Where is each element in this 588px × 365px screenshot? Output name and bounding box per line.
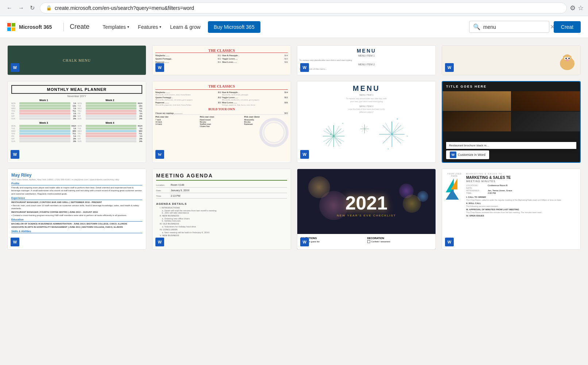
- marketing-subtitle-text: MEETING MINUTES: [466, 180, 577, 182]
- agenda-location-value: Room V148: [171, 184, 184, 186]
- refresh-button[interactable]: ↻: [28, 3, 37, 13]
- svg-point-26: [342, 123, 343, 124]
- fireworks-decoration: [297, 118, 436, 151]
- nav-templates[interactable]: Templates ▾: [98, 21, 134, 33]
- chevron-down-icon: ▾: [127, 25, 129, 29]
- pizza-watermark: [259, 118, 289, 147]
- pizza-build-header: THE CLASSICS: [155, 84, 288, 90]
- create-label[interactable]: Create: [70, 23, 89, 31]
- url-bar[interactable]: 🔒 create.microsoft.com/en-us/search?quer…: [40, 3, 567, 14]
- customize-in-word-button[interactable]: W Customize in Word: [446, 150, 489, 159]
- template-card-chalkboard[interactable]: CHALK MENU W: [7, 45, 146, 75]
- browser-nav[interactable]: ← → ↻: [4, 3, 37, 13]
- resume-education-section: Education BACHELOR OF SCIENCE IN BUSINES…: [11, 218, 142, 228]
- agenda-time-field: Time: 2:13 PM: [156, 195, 287, 199]
- ms-logo[interactable]: Microsoft 365: [7, 23, 52, 31]
- fox-illustration: [556, 51, 578, 73]
- resume-profile-section: Profile Friendly and outgoing team playe…: [11, 182, 142, 195]
- marketing-layout: YOUR LOGO HERE MARKETING &: [446, 173, 577, 246]
- browser-chrome: ← → ↻ 🔒 create.microsoft.com/en-us/searc…: [0, 0, 588, 16]
- svg-line-32: [383, 134, 392, 143]
- word-badge-resume: W: [11, 238, 19, 246]
- marketing-title-text: MARKETING & SALES TE: [466, 176, 577, 180]
- resume-section-education: Education: [11, 218, 142, 222]
- pizza-build-section: BUILD YOUR OWN: [155, 108, 288, 111]
- template-card-brochure-dark[interactable]: TITLE GOES HERE Restaurant brochure blac…: [442, 81, 581, 163]
- svg-line-49: [362, 126, 365, 129]
- template-grid: MONTHLY MEAL PLANNER November 20YY Week …: [7, 81, 581, 250]
- word-badge-illus: W: [445, 63, 454, 72]
- template-card-agenda[interactable]: MEETING AGENDA Location: Room V148 Date:…: [152, 169, 291, 250]
- back-button[interactable]: ←: [4, 3, 15, 13]
- top-template-row: CHALK MENU W THE CLASSICS Margherita ...…: [7, 45, 581, 75]
- resume-experience-section: Experience RESTAURANT MANAGER | CONTOSO …: [11, 197, 142, 217]
- nav-learn-grow[interactable]: Learn & grow: [166, 21, 205, 33]
- template-card-pizza-build[interactable]: THE CLASSICS Margherita ........$12Mozza…: [152, 81, 291, 163]
- pizza-choose-toppings: Choose any toppings ...............$15: [155, 112, 288, 115]
- marketing-logo-area: YOUR LOGO HERE: [446, 173, 463, 246]
- resume-contact: 4561 Main Street, Buffalo, New York 1485…: [11, 178, 142, 181]
- template-card-illustrated[interactable]: W: [442, 45, 581, 75]
- brochure-image-grid: [442, 91, 580, 131]
- word-badge: W: [11, 63, 19, 72]
- nav-features-label: Features: [138, 24, 158, 30]
- triangle-decoration: [446, 178, 463, 200]
- meal-planner-grid-2: Week 3 MONHIGH TUE5.6 WEDMID THUTUL FRI5…: [11, 122, 142, 143]
- template-card-resume[interactable]: May Riley 4561 Main Street, Buffalo, New…: [7, 169, 146, 250]
- marketing-content-label: MARKETING & SALES TE...: [466, 173, 577, 175]
- template-card-meal-planner[interactable]: MONTHLY MEAL PLANNER November 20YY Week …: [7, 81, 146, 163]
- svg-point-7: [568, 58, 570, 59]
- ms-logo-blue: [7, 27, 11, 31]
- agenda-date-field: Date: January 9, 20XX: [156, 189, 287, 193]
- template-card-rest-firework[interactable]: MENU MENU ITEM 1 To replace any placehol…: [297, 81, 436, 163]
- buy-microsoft-button[interactable]: Buy Microsoft 365: [208, 21, 260, 33]
- agenda-date-label: Date:: [156, 189, 171, 192]
- agenda-item-3: III. OLD BUSINESS: [160, 223, 287, 225]
- resume-name: May Riley: [11, 173, 142, 178]
- search-input[interactable]: [483, 24, 547, 30]
- svg-point-39: [396, 118, 398, 120]
- word-badge-rest-fire: W: [300, 150, 309, 159]
- word-badge-marketing: W: [445, 238, 454, 246]
- agenda-date-value: January 9, 20XX: [171, 189, 190, 192]
- ms-header: Microsoft 365 Create Templates ▾ Feature…: [0, 16, 588, 38]
- nav-templates-label: Templates: [102, 24, 126, 30]
- agenda-location-label: Location:: [156, 184, 171, 186]
- svg-line-16: [326, 128, 334, 136]
- agenda-details-section: AGENDA DETAILS I. INTRODUCTIONS a. Sarah…: [156, 202, 287, 237]
- ms-logo-yellow: [12, 27, 15, 31]
- svg-line-28: [392, 125, 401, 134]
- template-card-marketing[interactable]: YOUR LOGO HERE MARKETING &: [442, 169, 581, 250]
- brochure-dark-title: TITLE GOES HERE: [442, 82, 580, 91]
- nav-features[interactable]: Features ▾: [134, 21, 166, 33]
- pizza-items: Margherita .......$12 Ham & Pineapple ..…: [155, 54, 288, 63]
- header-divider: [63, 23, 64, 31]
- svg-point-41: [407, 135, 408, 137]
- word-icon-small: W: [450, 151, 456, 158]
- rest-menu-item2: MENU ITEM 2: [300, 105, 433, 107]
- svg-line-45: [365, 129, 368, 132]
- lock-icon: 🔒: [46, 5, 52, 11]
- word-badge-meal: W: [11, 150, 19, 159]
- template-card-rest-doc[interactable]: MENU MENU ITEM 1 To replace any placehol…: [297, 45, 436, 75]
- pizza-classics-list: Margherita ........$12Mozzarella, fresh …: [155, 91, 288, 106]
- word-badge-pizza: W: [155, 63, 164, 72]
- agenda-details-title: AGENDA DETAILS: [156, 202, 287, 205]
- resume-section-skills: Skills & Abilities: [11, 230, 142, 233]
- word-badge-pizza-build: W: [155, 150, 164, 159]
- resume-section-profile: Profile: [11, 182, 142, 185]
- extension-icon: ⚙: [570, 4, 576, 12]
- word-badge-nye: W: [300, 238, 309, 246]
- agenda-title: MEETING AGENDA: [156, 173, 287, 181]
- agenda-time-value: 2:13 PM: [171, 195, 180, 197]
- nav-learn-grow-label: Learn & grow: [170, 24, 200, 30]
- ms-logo-text: Microsoft 365: [19, 24, 52, 30]
- agenda-location-field: Location: Room V148: [156, 184, 287, 188]
- template-card-nye[interactable]: 2021 NEW YEAR'S EVE CHECKLIST INVITATION…: [297, 169, 436, 250]
- chevron-down-icon: ▾: [159, 25, 161, 29]
- svg-line-14: [326, 136, 334, 144]
- create-button[interactable]: Creat: [554, 21, 581, 33]
- template-card-pizza-top[interactable]: THE CLASSICS Margherita .......$12 Ham &…: [152, 45, 291, 75]
- forward-button[interactable]: →: [16, 3, 26, 13]
- svg-line-43: [365, 126, 368, 129]
